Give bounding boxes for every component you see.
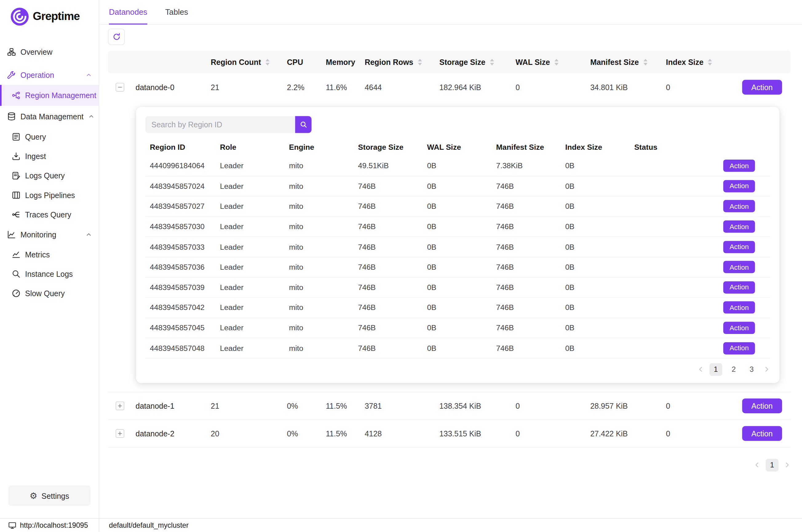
cpu-value: 0% bbox=[287, 429, 326, 438]
role: Leader bbox=[220, 223, 289, 231]
sidebar-item-instance-logs[interactable]: Instance Logs bbox=[0, 264, 99, 283]
sidebar-group-operation[interactable]: Operation bbox=[0, 64, 99, 85]
prev-page-icon[interactable] bbox=[697, 366, 704, 373]
sort-icon[interactable] bbox=[418, 58, 422, 65]
region-action-button[interactable]: Action bbox=[724, 301, 755, 314]
region-panel: Region ID Role Engine Storage Size WAL S… bbox=[136, 107, 779, 383]
col-region-count[interactable]: Region Count bbox=[211, 57, 287, 66]
region-rows-value: 3781 bbox=[365, 402, 439, 410]
col-memory: Memory bbox=[326, 57, 364, 66]
sidebar-group-data-management[interactable]: Data Management bbox=[0, 106, 99, 127]
sort-icon[interactable] bbox=[643, 58, 647, 65]
col-role: Role bbox=[220, 143, 289, 152]
sidebar-item-slow-query[interactable]: Slow Query bbox=[0, 283, 99, 303]
region-action-button[interactable]: Action bbox=[724, 200, 755, 212]
sidebar-item-overview[interactable]: Overview bbox=[0, 41, 99, 62]
region-row: 4440996184064 Leader mito 49.51KiB 0B 7.… bbox=[145, 156, 770, 176]
index-size: 0B bbox=[565, 304, 634, 312]
sidebar-item-metrics[interactable]: Metrics bbox=[0, 245, 99, 264]
action-button[interactable]: Action bbox=[742, 399, 782, 413]
action-button[interactable]: Action bbox=[742, 80, 782, 94]
region-action-button[interactable]: Action bbox=[724, 322, 755, 334]
col-index-size[interactable]: Index Size bbox=[666, 57, 742, 66]
wal-size: 0B bbox=[427, 304, 496, 312]
region-count-value: 21 bbox=[211, 402, 287, 410]
role: Leader bbox=[220, 304, 289, 312]
search-icon bbox=[12, 269, 20, 278]
tab-bar: Datanodes Tables bbox=[99, 0, 802, 25]
next-page-icon[interactable] bbox=[763, 366, 770, 373]
col-region-rows[interactable]: Region Rows bbox=[365, 57, 439, 66]
manifest-size: 746B bbox=[496, 263, 565, 271]
tab-datanodes[interactable]: Datanodes bbox=[109, 0, 147, 24]
brand-logo[interactable]: Greptime bbox=[0, 6, 99, 27]
storage-size: 746B bbox=[358, 182, 427, 190]
sidebar-item-logs-pipelines[interactable]: Logs Pipelines bbox=[0, 185, 99, 205]
cpu-value: 0% bbox=[287, 402, 326, 410]
region-pagination: 1 2 3 bbox=[145, 363, 770, 376]
overview-icon bbox=[7, 48, 16, 56]
refresh-button[interactable] bbox=[108, 28, 125, 45]
index-size: 0B bbox=[565, 344, 634, 353]
sidebar-item-ingest[interactable]: Ingest bbox=[0, 146, 99, 166]
manifest-size: 746B bbox=[496, 304, 565, 312]
page-button-2[interactable]: 2 bbox=[727, 363, 740, 376]
plus-icon bbox=[117, 403, 123, 409]
memory-value: 11.5% bbox=[326, 402, 364, 410]
sidebar-item-traces-query[interactable]: Traces Query bbox=[0, 205, 99, 224]
role: Leader bbox=[220, 162, 289, 170]
sort-icon[interactable] bbox=[554, 58, 558, 65]
col-manifest-size[interactable]: Manifest Size bbox=[590, 57, 666, 66]
region-action-button[interactable]: Action bbox=[724, 159, 755, 172]
action-button[interactable]: Action bbox=[742, 426, 782, 441]
search-button[interactable] bbox=[295, 116, 311, 133]
prev-page-icon[interactable] bbox=[753, 461, 761, 469]
region-row: 4483945857045 Leader mito 746B 0B 746B 0… bbox=[145, 318, 770, 338]
index-size-value: 0 bbox=[666, 402, 742, 410]
chevron-up-icon bbox=[85, 231, 92, 238]
brand-name: Greptime bbox=[33, 10, 80, 23]
page-button-3[interactable]: 3 bbox=[745, 363, 758, 376]
collapse-row-button[interactable] bbox=[116, 83, 124, 91]
region-count-value: 20 bbox=[211, 429, 287, 438]
monitoring-icon bbox=[7, 230, 16, 239]
next-page-icon[interactable] bbox=[784, 461, 790, 469]
sort-icon[interactable] bbox=[266, 58, 270, 65]
page-button-1[interactable]: 1 bbox=[709, 363, 722, 376]
sidebar-item-label: Ingest bbox=[25, 152, 46, 160]
sort-icon[interactable] bbox=[708, 58, 712, 65]
region-action-button[interactable]: Action bbox=[724, 281, 755, 294]
region-action-button[interactable]: Action bbox=[724, 342, 755, 354]
sidebar-item-label: Logs Query bbox=[25, 171, 64, 179]
datanode-row: datanode-0 21 2.2% 11.6% 4644 182.964 Ki… bbox=[108, 73, 790, 101]
sort-icon[interactable] bbox=[490, 58, 494, 65]
sidebar-item-query[interactable]: Query bbox=[0, 127, 99, 146]
col-wal-size[interactable]: WAL Size bbox=[516, 57, 590, 66]
settings-label: Settings bbox=[41, 491, 69, 500]
tab-tables[interactable]: Tables bbox=[165, 0, 188, 24]
region-action-button[interactable]: Action bbox=[724, 221, 755, 233]
page-button-1[interactable]: 1 bbox=[766, 459, 779, 472]
region-action-button[interactable]: Action bbox=[724, 241, 755, 253]
settings-button[interactable]: ⚙ Settings bbox=[8, 485, 91, 506]
sidebar-item-logs-query[interactable]: Logs Query bbox=[0, 166, 99, 185]
region-action-button[interactable]: Action bbox=[724, 261, 755, 273]
region-id: 4483945857027 bbox=[145, 202, 220, 211]
ingest-icon bbox=[12, 152, 20, 160]
server-url: http://localhost:19095 bbox=[0, 519, 99, 532]
expand-row-button[interactable] bbox=[116, 429, 124, 438]
expand-row-button[interactable] bbox=[116, 402, 124, 410]
traces-query-icon bbox=[12, 210, 20, 218]
region-action-button[interactable]: Action bbox=[724, 180, 755, 192]
sidebar-item-region-management[interactable]: Region Management bbox=[0, 85, 99, 106]
col-storage-size[interactable]: Storage Size bbox=[439, 57, 516, 66]
region-search-input[interactable] bbox=[145, 116, 295, 133]
index-size-value: 0 bbox=[666, 429, 742, 438]
sidebar-group-monitoring[interactable]: Monitoring bbox=[0, 224, 99, 245]
index-size-value: 0 bbox=[666, 83, 742, 91]
content-area: Region Count CPU Memory Region Rows Stor… bbox=[99, 25, 802, 518]
region-id: 4483945857036 bbox=[145, 263, 220, 271]
datanode-row: datanode-2 20 0% 11.5% 4128 133.515 KiB … bbox=[108, 420, 790, 448]
index-size: 0B bbox=[565, 202, 634, 211]
storage-size: 746B bbox=[358, 324, 427, 332]
